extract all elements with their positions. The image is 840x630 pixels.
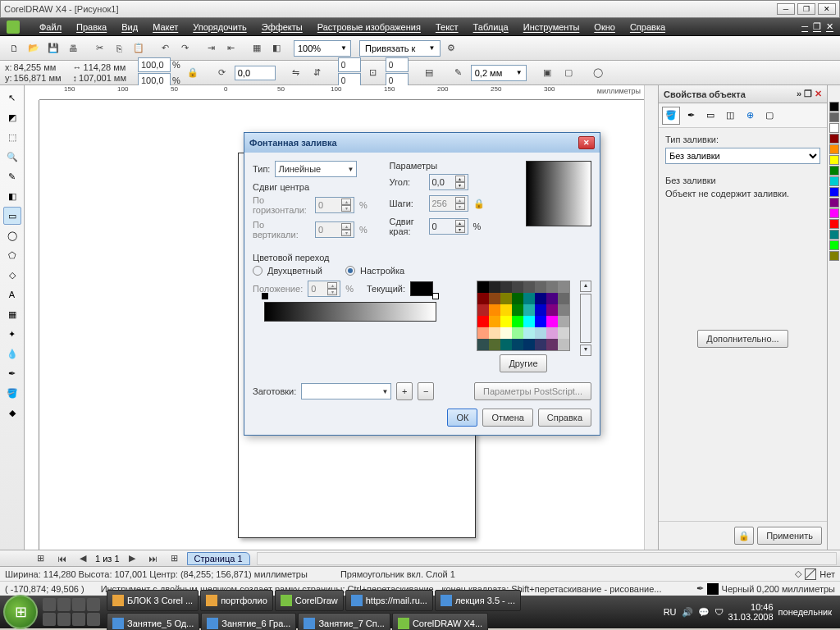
fill-type-select[interactable]: Без заливки bbox=[665, 148, 820, 164]
palette-swatch[interactable] bbox=[512, 293, 523, 304]
tray-icon[interactable]: 🔊 bbox=[682, 607, 693, 618]
swatch[interactable] bbox=[829, 230, 839, 240]
tray-lang[interactable]: RU bbox=[664, 607, 677, 617]
ql-icon[interactable] bbox=[57, 598, 71, 611]
postscript-button[interactable]: Параметры PostScript... bbox=[474, 382, 591, 400]
palette-swatch[interactable] bbox=[535, 327, 546, 339]
palette-swatch[interactable] bbox=[489, 339, 500, 350]
task-item[interactable]: БЛОК 3 Corel ... bbox=[107, 590, 199, 611]
palette-swatch[interactable] bbox=[558, 304, 569, 316]
new-icon[interactable]: 🗋 bbox=[5, 39, 23, 57]
task-item[interactable]: лекция 3.5 - ... bbox=[435, 590, 521, 611]
palette-swatch[interactable] bbox=[523, 281, 535, 293]
dialog-close-button[interactable]: ✕ bbox=[578, 136, 595, 149]
presets-combo[interactable]: ▼ bbox=[301, 383, 391, 399]
palette-swatch[interactable] bbox=[546, 293, 558, 304]
menu-view[interactable]: Вид bbox=[121, 22, 138, 32]
print-icon[interactable]: 🖶 bbox=[64, 39, 82, 57]
swatch[interactable] bbox=[829, 219, 839, 229]
zoom-tool-icon[interactable]: 🔍 bbox=[3, 148, 21, 166]
corner-lock-icon[interactable]: ⊡ bbox=[364, 64, 382, 82]
scrollbar-horizontal[interactable] bbox=[257, 552, 837, 565]
palette-swatch[interactable] bbox=[512, 304, 523, 316]
page-tab[interactable]: Страница 1 bbox=[187, 552, 250, 565]
tray-icon[interactable]: 💬 bbox=[698, 607, 710, 618]
ql-icon[interactable] bbox=[72, 613, 85, 626]
palette-swatch[interactable] bbox=[500, 304, 512, 316]
welcome-icon[interactable]: ◧ bbox=[267, 39, 285, 57]
scrollbar-vertical[interactable] bbox=[644, 85, 658, 550]
swatch[interactable] bbox=[829, 251, 839, 261]
mirror-v-icon[interactable]: ⇵ bbox=[308, 64, 326, 82]
current-color[interactable] bbox=[410, 281, 433, 296]
menu-tools[interactable]: Инструменты bbox=[523, 22, 580, 32]
palette-swatch[interactable] bbox=[500, 293, 512, 304]
smart-fill-icon[interactable]: ◧ bbox=[3, 187, 21, 205]
edge-field[interactable]: 0▴▾ bbox=[429, 218, 468, 235]
palette-swatch[interactable] bbox=[489, 327, 500, 339]
menu-window[interactable]: Окно bbox=[594, 22, 615, 32]
palette-swatch[interactable] bbox=[489, 281, 500, 293]
apply-button[interactable]: Применить bbox=[757, 527, 822, 545]
corner3[interactable]: 0 bbox=[386, 57, 409, 72]
swatch[interactable] bbox=[829, 208, 839, 218]
mdi-minimize-icon[interactable]: ─ bbox=[801, 21, 808, 32]
palette-swatch[interactable] bbox=[523, 316, 535, 327]
task-item[interactable]: Занятие_5 Од... bbox=[107, 613, 199, 630]
palette-swatch[interactable] bbox=[477, 339, 489, 350]
add-page-icon[interactable]: ⊞ bbox=[31, 550, 49, 568]
ql-icon[interactable] bbox=[43, 613, 56, 626]
two-color-radio[interactable] bbox=[253, 266, 262, 276]
help-button[interactable]: Справка bbox=[538, 409, 591, 427]
tab-outline-icon[interactable]: ✒ bbox=[682, 107, 700, 125]
palette-swatch[interactable] bbox=[477, 281, 489, 293]
last-page-icon[interactable]: ⏭ bbox=[144, 550, 162, 568]
rotation-field[interactable]: 0,0 bbox=[235, 66, 276, 80]
swatch[interactable] bbox=[829, 187, 839, 197]
copy-icon[interactable]: ⎘ bbox=[110, 39, 128, 57]
ellipse-tool-icon[interactable]: ◯ bbox=[3, 226, 21, 244]
palette-swatch[interactable] bbox=[500, 339, 512, 350]
palette-swatch[interactable] bbox=[477, 327, 489, 339]
panel-max-icon[interactable]: ❐ bbox=[804, 89, 812, 99]
ql-icon[interactable] bbox=[87, 598, 100, 611]
crop-tool-icon[interactable]: ⬚ bbox=[3, 128, 21, 146]
start-button[interactable]: ⊞ bbox=[3, 595, 38, 629]
shape-tool-icon[interactable]: ◩ bbox=[3, 108, 21, 126]
palette-scroll-up[interactable]: ▴ bbox=[580, 281, 591, 292]
gradient-bar[interactable] bbox=[264, 302, 436, 322]
fill-tool-icon[interactable]: 🪣 bbox=[3, 384, 21, 402]
palette-swatch[interactable] bbox=[477, 304, 489, 316]
tab-web-icon[interactable]: ⊕ bbox=[741, 107, 759, 125]
task-item[interactable]: Занятие_7 Сп... bbox=[298, 613, 390, 630]
palette-swatch[interactable] bbox=[523, 339, 535, 350]
menu-edit[interactable]: Правка bbox=[76, 22, 107, 32]
tab-fill-icon[interactable]: 🪣 bbox=[662, 107, 680, 125]
preset-add-button[interactable]: + bbox=[396, 382, 413, 400]
next-page-icon[interactable]: ▶ bbox=[123, 550, 141, 568]
maximize-button[interactable]: ❐ bbox=[797, 3, 815, 15]
interactive-fill-icon[interactable]: ◆ bbox=[3, 404, 21, 422]
minimize-button[interactable]: ─ bbox=[777, 3, 795, 15]
menu-help[interactable]: Справка bbox=[630, 22, 665, 32]
palette-swatch[interactable] bbox=[535, 293, 546, 304]
steps-lock-icon[interactable]: 🔒 bbox=[473, 199, 485, 209]
coord-w[interactable]: 114,28 мм bbox=[84, 62, 126, 72]
menu-arrange[interactable]: Упорядочить bbox=[193, 22, 246, 32]
swatch[interactable] bbox=[829, 123, 839, 133]
type-select[interactable]: Линейные▼ bbox=[275, 161, 357, 177]
close-button[interactable]: ✕ bbox=[818, 3, 836, 15]
palette-swatch[interactable] bbox=[512, 281, 523, 293]
cancel-button[interactable]: Отмена bbox=[482, 409, 532, 427]
palette-swatch[interactable] bbox=[489, 316, 500, 327]
ok-button[interactable]: ОК bbox=[447, 409, 477, 427]
palette-swatch[interactable] bbox=[546, 316, 558, 327]
first-page-icon[interactable]: ⏮ bbox=[52, 550, 71, 568]
more-button[interactable]: Дополнительно... bbox=[697, 330, 788, 348]
palette-swatch[interactable] bbox=[500, 316, 512, 327]
swatch[interactable] bbox=[829, 144, 839, 154]
open-icon[interactable]: 📂 bbox=[25, 39, 43, 57]
table-tool-icon[interactable]: ▦ bbox=[3, 305, 21, 323]
swatch[interactable] bbox=[829, 102, 839, 112]
task-item[interactable]: CorelDRAW X4... bbox=[392, 613, 488, 630]
